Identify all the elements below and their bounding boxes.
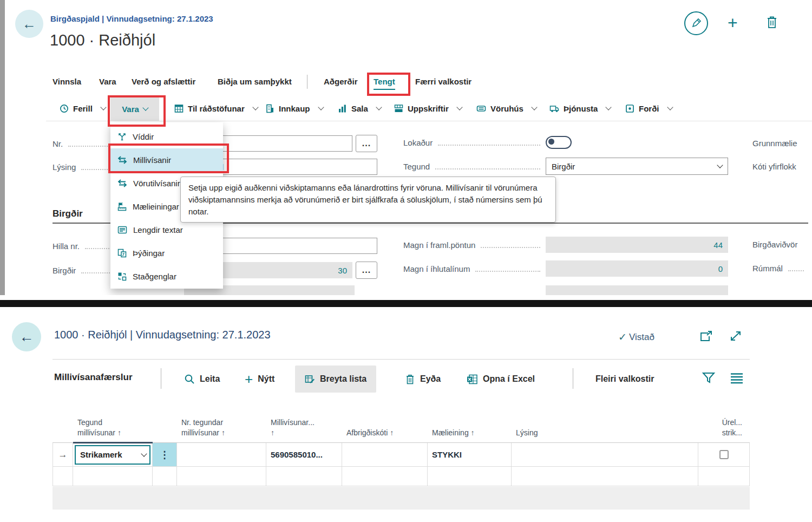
excel-icon — [467, 374, 478, 384]
list-settings-button[interactable] — [730, 372, 744, 386]
more-options-button[interactable]: Fleiri valkostir — [595, 366, 654, 393]
units-icon — [117, 202, 127, 211]
chevron-down-icon — [606, 104, 612, 110]
section-birgdir-title[interactable]: Birgðir — [53, 208, 83, 219]
menu-vinnsla[interactable]: Vinnsla — [53, 77, 81, 86]
ribbon-voruhus[interactable]: Vöruhús — [476, 96, 536, 120]
menu-vara[interactable]: Vara — [99, 77, 116, 86]
back-button[interactable]: ← — [12, 322, 41, 351]
new-button[interactable]: + Nýtt — [245, 366, 274, 393]
filter-button[interactable] — [702, 371, 716, 387]
header-millivisunar-nr[interactable]: Millivísunar... ↑ — [266, 417, 342, 442]
menu-faerri-valkostir[interactable]: Færri valkostir — [415, 77, 472, 86]
dropdown-item-label: Þýðingar — [133, 249, 165, 258]
nr-assist-button[interactable]: ... — [356, 135, 377, 152]
ribbon-fordi[interactable]: Forði — [625, 96, 672, 120]
field-row-magn-framl: Magn í framl.pöntun 44 — [403, 237, 728, 253]
table-row-empty[interactable] — [53, 467, 750, 486]
magn-framl-value-field[interactable]: 44 — [546, 237, 728, 253]
field-row-tegund: Tegund Birgðir — [403, 158, 728, 175]
urelt-checkbox[interactable] — [719, 450, 729, 459]
back-button[interactable]: ← — [15, 10, 43, 38]
cell-millivisunar-nr[interactable]: 5690585010... — [266, 443, 342, 467]
birgdir-assist-button[interactable]: ... — [356, 262, 377, 279]
dropdown-item-thydingar[interactable]: Þýðingar — [110, 242, 223, 265]
ribbon-vara[interactable]: Vara — [110, 97, 159, 121]
ribbon-sala-label: Sala — [351, 104, 368, 113]
history-icon — [60, 104, 69, 113]
add-button[interactable]: + — [728, 14, 738, 31]
dropdown-item-label: Víddir — [133, 132, 154, 141]
warehouse-icon — [476, 104, 486, 113]
magn-framl-label: Magn í framl.pöntun — [403, 240, 475, 250]
row-options-button[interactable]: ⋮ — [153, 443, 177, 467]
koti-yfirflokks-label: Kóti yfirflokk — [752, 162, 796, 171]
ribbon-innkaup[interactable]: Innkaup — [265, 96, 323, 120]
menu-divider — [307, 75, 307, 89]
chevron-down-icon — [667, 104, 673, 110]
ribbon-ferill[interactable]: Ferill — [60, 96, 106, 120]
cell-nr-tegundar[interactable] — [177, 443, 266, 467]
clipped-field — [546, 285, 728, 295]
ribbon-voruhus-label: Vöruhús — [490, 104, 523, 113]
cell-afbrigdiskoti[interactable] — [342, 443, 428, 467]
field-row-rummal: Rúmmál — [752, 264, 809, 273]
tegund-millivisunar-select[interactable]: Strikamerk — [75, 445, 150, 465]
new-label: Nýtt — [258, 374, 274, 384]
dimensions-icon — [117, 132, 127, 141]
edit-list-button[interactable]: Breyta lista — [295, 366, 376, 393]
dropdown-item-label: Millivísanir — [133, 155, 171, 165]
edit-button[interactable] — [684, 11, 708, 35]
lokadur-toggle[interactable] — [546, 136, 572, 149]
back-arrow-icon: ← — [22, 16, 36, 32]
header-lysing[interactable]: Lýsing — [512, 428, 698, 442]
chevron-down-icon — [531, 104, 537, 110]
filter-icon — [702, 371, 716, 384]
purchase-icon — [265, 104, 274, 113]
open-in-excel-button[interactable]: Opna í Excel — [467, 366, 535, 393]
reference-table: Tegund millivísunar ↑ Nr. tegundar milli… — [53, 400, 750, 486]
left-scrollbar[interactable] — [0, 0, 5, 295]
table-row: → Strikamerk ⋮ 5690585010... STYKKI — [53, 443, 750, 467]
search-button[interactable]: Leita — [184, 366, 220, 393]
header-tegund-millivisunar[interactable]: Tegund millivísunar ↑ — [73, 417, 153, 442]
dropdown-item-label: Vörutilvísanir — [133, 179, 180, 188]
header-nr-tegundar[interactable]: Nr. tegundar millivísunar ↑ — [177, 417, 266, 442]
header-maelieining[interactable]: Mælieining ↑ — [428, 428, 512, 442]
open-in-window-button[interactable] — [699, 330, 713, 345]
cell-maelieining[interactable]: STYKKI — [428, 443, 512, 467]
header-afbrigdiskoti[interactable]: Afbrigðiskóti ↑ — [342, 428, 428, 442]
hilla-label: Hilla nr. — [53, 242, 80, 251]
sorted-column-indicator — [73, 442, 153, 443]
edit-list-label: Breyta lista — [320, 374, 366, 384]
ribbon-sala[interactable]: Sala — [338, 96, 381, 120]
ribbon-til-radstofunar[interactable]: Til ráðstöfunar — [174, 96, 258, 120]
ribbon-vara-label: Vara — [122, 105, 139, 114]
dropdown-item-label: Mælieiningar — [133, 202, 179, 211]
tegund-select[interactable]: Birgðir — [546, 158, 728, 175]
ribbon-thjonusta[interactable]: Þjónusta — [549, 96, 611, 120]
expand-button[interactable] — [729, 330, 743, 345]
delete-button[interactable] — [765, 15, 778, 32]
dropdown-item-millivisanir[interactable]: Millivísanir — [110, 148, 223, 172]
delete-row-button[interactable]: Eyða — [405, 366, 441, 393]
dropdown-item-viddir[interactable]: Víddir — [110, 125, 223, 148]
header-indicator — [53, 438, 73, 442]
menu-verd-og-afslaettir[interactable]: Verð og afslættir — [132, 77, 195, 86]
ribbon-uppskriftir[interactable]: Uppskriftir — [394, 96, 462, 120]
page-title: 1000 · Reiðhjól — [50, 31, 155, 49]
cell-lysing[interactable] — [512, 443, 698, 467]
ribbon-ferill-label: Ferill — [73, 104, 93, 113]
table-header-row: Tegund millivísunar ↑ Nr. tegundar milli… — [53, 400, 750, 443]
breadcrumb[interactable]: Birgðaspjald | Vinnudagsetning: 27.1.202… — [50, 14, 213, 23]
menu-adgerdir[interactable]: Aðgerðir — [324, 77, 358, 86]
tegund-millivisunar-value: Strikamerk — [80, 450, 122, 459]
field-row-lokadur: Lokaður — [403, 136, 728, 149]
edit-list-icon — [305, 374, 315, 384]
dotted-leader — [475, 270, 540, 272]
menu-bidja-um-samthykkt[interactable]: Biðja um samþykkt — [218, 77, 292, 86]
header-urelt-strikamerki[interactable]: Úrel... strik... — [698, 417, 750, 442]
magn-ihluta-value-field[interactable]: 0 — [546, 260, 728, 277]
menu-tengt[interactable]: Tengt — [374, 77, 395, 90]
dropdown-item-stadgenglar[interactable]: Staðgenglar — [110, 265, 223, 288]
